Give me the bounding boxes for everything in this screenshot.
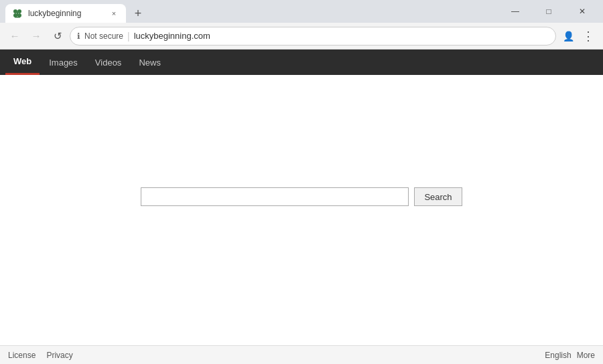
- language-link[interactable]: English: [545, 351, 571, 360]
- tab-title: luckybeginning: [28, 9, 103, 18]
- nav-item-web[interactable]: Web: [5, 50, 40, 75]
- nav-right-icons: 👤 ⋮: [559, 27, 598, 46]
- menu-button[interactable]: ⋮: [579, 27, 598, 46]
- active-tab[interactable]: luckybeginning ×: [5, 4, 126, 23]
- search-input[interactable]: [141, 187, 409, 206]
- footer-left: License Privacy: [8, 351, 73, 360]
- license-link[interactable]: License: [8, 351, 36, 360]
- svg-rect-5: [15, 17, 20, 18]
- not-secure-label: Not secure: [84, 31, 123, 41]
- forward-button[interactable]: →: [27, 27, 46, 46]
- refresh-icon: ↺: [54, 30, 62, 42]
- title-bar: luckybeginning × + — □ ✕: [0, 0, 603, 23]
- address-separator: |: [127, 31, 130, 41]
- back-button[interactable]: ←: [5, 27, 24, 46]
- minimize-button[interactable]: —: [500, 0, 531, 23]
- svg-rect-4: [17, 12, 18, 16]
- back-icon: ←: [10, 30, 20, 41]
- nav-item-videos[interactable]: Videos: [87, 50, 130, 75]
- tab-strip: luckybeginning × +: [5, 0, 500, 23]
- forward-icon: →: [31, 30, 42, 41]
- tab-close-button[interactable]: ×: [109, 8, 119, 19]
- security-icon: ℹ: [77, 31, 80, 41]
- refresh-button[interactable]: ↺: [48, 27, 67, 46]
- maximize-button[interactable]: □: [533, 0, 564, 23]
- nav-item-news[interactable]: News: [131, 50, 169, 75]
- footer-right: English More: [545, 351, 595, 360]
- address-bar[interactable]: ℹ Not secure | luckybeginning.com: [70, 27, 556, 46]
- profile-icon: 👤: [563, 31, 574, 41]
- search-button[interactable]: Search: [414, 187, 462, 206]
- profile-button[interactable]: 👤: [559, 27, 578, 46]
- new-tab-button[interactable]: +: [129, 4, 147, 23]
- nav-item-images[interactable]: Images: [41, 50, 86, 75]
- privacy-link[interactable]: Privacy: [46, 351, 72, 360]
- url-text: luckybeginning.com: [134, 31, 549, 41]
- nav-bar: ← → ↺ ℹ Not secure | luckybeginning.com …: [0, 23, 603, 50]
- main-content: Search: [0, 75, 603, 345]
- footer: License Privacy English More: [0, 345, 603, 364]
- search-engine-nav: Web Images Videos News: [0, 50, 603, 75]
- tab-favicon: [12, 8, 23, 19]
- search-area: Search: [141, 187, 462, 206]
- menu-icon: ⋮: [582, 29, 594, 43]
- more-link[interactable]: More: [577, 351, 595, 360]
- window-controls: — □ ✕: [500, 0, 598, 23]
- page-wrapper: luckybeginning × + — □ ✕ ← → ↺ ℹ Not sec…: [0, 0, 603, 364]
- close-button[interactable]: ✕: [567, 0, 598, 23]
